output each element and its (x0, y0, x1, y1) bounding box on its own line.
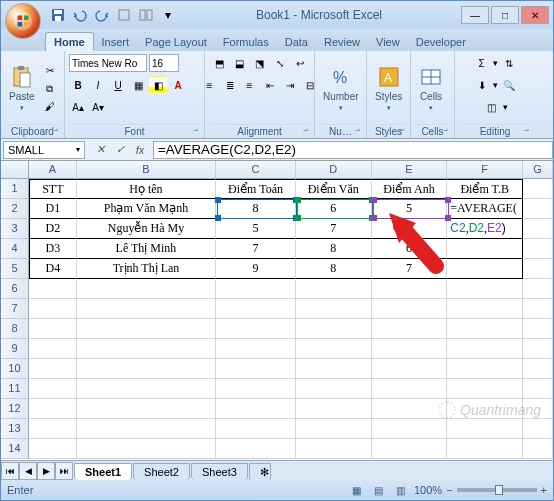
fill-icon[interactable]: ⬇ (473, 76, 491, 94)
undo-icon[interactable] (71, 6, 89, 24)
tab-data[interactable]: Data (277, 33, 316, 51)
cell[interactable] (523, 199, 553, 219)
sheet-nav-last-icon[interactable]: ⏭ (55, 462, 73, 480)
cell[interactable]: 7 (372, 259, 448, 279)
cell[interactable]: 7 (296, 219, 372, 239)
row-header[interactable]: 1 (1, 179, 29, 199)
paste-button[interactable]: Paste ▾ (5, 63, 39, 114)
row-header[interactable]: 6 (1, 279, 29, 299)
align-right-icon[interactable]: ≡ (241, 76, 259, 94)
font-name-select[interactable] (69, 54, 147, 72)
col-header-d[interactable]: D (296, 161, 372, 178)
col-header-f[interactable]: F (447, 161, 523, 178)
sort-filter-icon[interactable]: ⇅ (500, 54, 518, 72)
row-header[interactable]: 5 (1, 259, 29, 279)
cell[interactable]: 8 (296, 239, 372, 259)
cut-icon[interactable]: ✂ (41, 62, 59, 80)
maximize-button[interactable]: □ (491, 6, 519, 24)
zoom-slider[interactable] (457, 488, 537, 492)
zoom-in-button[interactable]: + (541, 484, 547, 496)
row-header[interactable]: 4 (1, 239, 29, 259)
formula-input[interactable] (153, 141, 553, 159)
align-middle-icon[interactable]: ⬓ (231, 54, 249, 72)
fx-icon[interactable]: fx (131, 141, 149, 159)
cell[interactable]: D2 (29, 219, 77, 239)
cell[interactable]: Nguyễn Hà My (77, 219, 216, 239)
col-header-g[interactable]: G (523, 161, 553, 178)
row-header[interactable]: 11 (1, 379, 29, 399)
font-size-select[interactable] (149, 54, 179, 72)
tab-developer[interactable]: Developer (408, 33, 474, 51)
cell[interactable]: 6 (296, 199, 372, 219)
tab-insert[interactable]: Insert (94, 33, 138, 51)
row-header[interactable]: 13 (1, 419, 29, 439)
sheet-tab-2[interactable]: Sheet2 (133, 463, 190, 480)
styles-button[interactable]: A Styles ▾ (371, 63, 406, 114)
italic-button[interactable]: I (89, 76, 107, 94)
cell[interactable]: 5 (372, 199, 448, 219)
align-center-icon[interactable]: ≣ (221, 76, 239, 94)
cell[interactable]: STT (29, 179, 77, 199)
save-icon[interactable] (49, 6, 67, 24)
bold-button[interactable]: B (69, 76, 87, 94)
select-all-corner[interactable] (1, 161, 29, 178)
cell[interactable]: 6 (372, 219, 448, 239)
cell[interactable]: D3 (29, 239, 77, 259)
cell[interactable]: Điểm Anh (372, 179, 448, 199)
find-select-icon[interactable]: 🔍 (500, 76, 518, 94)
cell[interactable]: D1 (29, 199, 77, 219)
fill-color-button[interactable]: ◧ (149, 76, 167, 94)
row-header[interactable]: 9 (1, 339, 29, 359)
row-header[interactable]: 3 (1, 219, 29, 239)
col-header-c[interactable]: C (216, 161, 296, 178)
row-header[interactable]: 12 (1, 399, 29, 419)
enter-formula-icon[interactable]: ✓ (111, 141, 129, 159)
sheet-tab-3[interactable]: Sheet3 (191, 463, 248, 480)
shrink-font-icon[interactable]: A▾ (89, 98, 107, 116)
tab-home[interactable]: Home (45, 32, 94, 51)
underline-button[interactable]: U (109, 76, 127, 94)
cell[interactable] (447, 239, 523, 259)
redo-icon[interactable] (93, 6, 111, 24)
cell[interactable]: D4 (29, 259, 77, 279)
cell[interactable]: 8 (216, 199, 296, 219)
number-format-button[interactable]: % Number ▾ (319, 63, 363, 114)
row-header[interactable]: 14 (1, 439, 29, 459)
spreadsheet-grid[interactable]: A B C D E F G 1 STT Họ tên Điểm Toán Điể… (1, 161, 553, 461)
cell[interactable] (523, 219, 553, 239)
row-header[interactable]: 10 (1, 359, 29, 379)
cell[interactable]: Lê Thị Minh (77, 239, 216, 259)
sheet-nav-next-icon[interactable]: ▶ (37, 462, 55, 480)
border-button[interactable]: ▦ (129, 76, 147, 94)
sheet-nav-prev-icon[interactable]: ◀ (19, 462, 37, 480)
col-header-e[interactable]: E (372, 161, 448, 178)
cell[interactable]: 9 (216, 259, 296, 279)
align-bottom-icon[interactable]: ⬔ (251, 54, 269, 72)
view-normal-icon[interactable]: ▦ (348, 481, 366, 499)
cell[interactable] (523, 259, 553, 279)
clear-icon[interactable]: ◫ (483, 98, 501, 116)
cell-f3-overflow[interactable]: C2,D2,E2) (447, 219, 523, 239)
align-left-icon[interactable]: ≡ (201, 76, 219, 94)
cell[interactable] (523, 179, 553, 199)
col-header-b[interactable]: B (77, 161, 216, 178)
row-header[interactable]: 2 (1, 199, 29, 219)
qat-dropdown-icon[interactable]: ▾ (159, 6, 177, 24)
active-cell-f2[interactable]: =AVERAGE( (447, 199, 523, 219)
row-header[interactable]: 7 (1, 299, 29, 319)
decrease-indent-icon[interactable]: ⇤ (261, 76, 279, 94)
copy-icon[interactable]: ⧉ (41, 80, 59, 98)
cell[interactable]: 8 (296, 259, 372, 279)
cell[interactable]: 5 (216, 219, 296, 239)
tab-review[interactable]: Review (316, 33, 368, 51)
cell[interactable] (523, 239, 553, 259)
cell[interactable]: 6 (372, 239, 448, 259)
align-top-icon[interactable]: ⬒ (211, 54, 229, 72)
format-painter-icon[interactable]: 🖌 (41, 98, 59, 116)
tab-page-layout[interactable]: Page Layout (137, 33, 215, 51)
autosum-icon[interactable]: Σ (473, 54, 491, 72)
cell[interactable]: Điểm Văn (296, 179, 372, 199)
row-header[interactable]: 8 (1, 319, 29, 339)
office-button[interactable] (5, 3, 41, 39)
zoom-out-button[interactable]: − (446, 484, 452, 496)
